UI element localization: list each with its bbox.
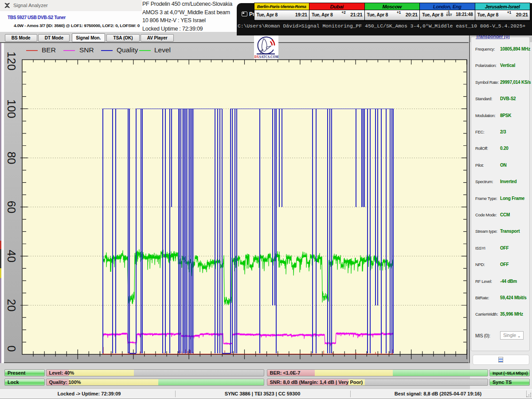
svg-text:80: 80 xyxy=(5,152,18,164)
svg-text:20: 20 xyxy=(5,299,18,311)
svg-text:0: 0 xyxy=(5,345,18,352)
svg-text:60: 60 xyxy=(5,201,18,213)
svg-text:120: 120 xyxy=(5,51,18,70)
svg-text:40: 40 xyxy=(5,250,18,262)
svg-text:DXSATCS.COM: DXSATCS.COM xyxy=(254,55,278,59)
svg-text:100: 100 xyxy=(5,99,18,118)
